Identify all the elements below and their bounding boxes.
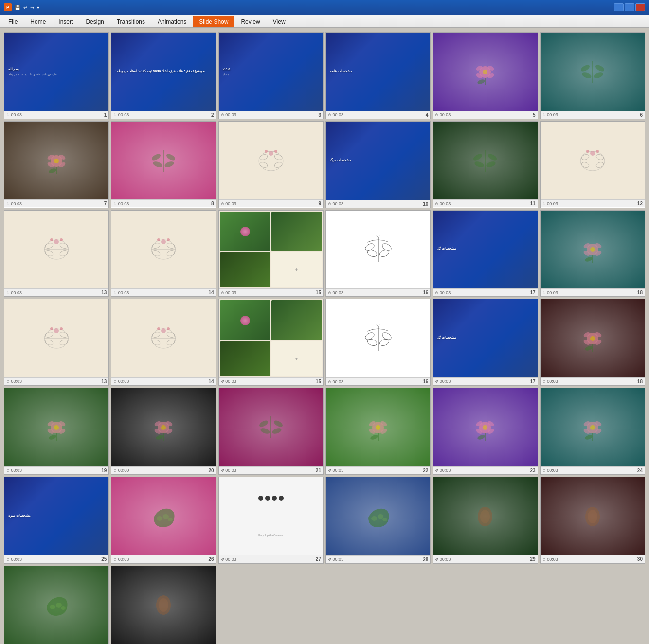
- slide-number: 6: [640, 112, 643, 118]
- slide-item[interactable]: ⏱ 00:03 6: [540, 32, 645, 119]
- slide-number: 5: [533, 112, 536, 118]
- svg-point-101: [364, 331, 375, 340]
- slide-item[interactable]: Encyclopèdia Catalana ⏱ 00:03 27: [218, 477, 324, 564]
- app-icon: P: [4, 3, 12, 11]
- slide-number: 21: [316, 468, 321, 473]
- svg-point-133: [273, 419, 284, 429]
- slide-item[interactable]: ⏱ 00:03 14: [111, 299, 216, 386]
- tab-design[interactable]: Design: [79, 16, 110, 27]
- slide-item[interactable]: مشخصات برگ ⏱ 00:03 10: [325, 121, 431, 208]
- slide-item[interactable]: ⏱ 00:03 7: [4, 121, 109, 208]
- slide-item[interactable]: مشخصات عامه ⏱ 00:03 4: [325, 32, 431, 119]
- slide-footer: ⏱ 00:03 6: [541, 111, 645, 119]
- slide-time: ⏱ 00:03: [542, 112, 558, 117]
- quick-save[interactable]: 💾: [15, 5, 20, 10]
- tab-review[interactable]: Review: [234, 16, 266, 27]
- svg-point-44: [581, 161, 590, 168]
- svg-point-122: [48, 434, 57, 440]
- slide-item[interactable]: مشخصات گل ⏱ 00:03 17: [433, 299, 538, 386]
- slide-thumbnail: مشخصات برگ: [326, 122, 430, 200]
- svg-point-84: [45, 331, 54, 339]
- slide-item[interactable]: ⏱ 00:03 22: [325, 388, 431, 475]
- slide-number: 18: [637, 290, 643, 295]
- svg-point-48: [596, 150, 599, 153]
- slide-item[interactable]: ⏱ 00:03 18: [540, 210, 645, 297]
- slide-item[interactable]: ⏱ 00:03 18: [540, 299, 645, 386]
- slide-item[interactable]: ⏱ 00:03 11: [433, 121, 538, 208]
- slide-thumbnail: [111, 566, 216, 644]
- slide-thumbnail: [541, 299, 645, 377]
- slide-item[interactable]: ⏱ 00:03 21: [218, 388, 324, 475]
- svg-point-104: [379, 338, 390, 347]
- slide-item[interactable]: ⏱ 00:03 19: [4, 388, 109, 475]
- svg-point-47: [586, 150, 589, 153]
- slide-item[interactable]: ⏱ 00:00 20: [111, 388, 216, 475]
- slide-item[interactable]: ⏱ 00:03 26: [111, 477, 216, 564]
- slide-item[interactable]: ⏱ 00:03 5: [433, 32, 538, 119]
- slide-thumbnail: [433, 388, 537, 466]
- svg-point-167: [480, 510, 490, 523]
- svg-point-31: [274, 161, 283, 168]
- slide-footer: ⏱ 00:03 22: [326, 466, 430, 474]
- slide-item[interactable]: ⏱ 00:03 31: [4, 566, 109, 644]
- maximize-button[interactable]: [625, 3, 634, 11]
- slide-item[interactable]: ⏱ 00:03 13: [4, 299, 109, 386]
- slide-number: 25: [101, 556, 107, 562]
- slide-item[interactable]: ⏱ 00:03 29: [433, 477, 538, 564]
- slide-item[interactable]: ⏱ 00:03 9: [218, 121, 324, 208]
- slide-item[interactable]: ⏱ 00:03 13: [4, 210, 109, 297]
- slide-footer: ⏱ 00:03 11: [433, 199, 537, 207]
- slide-item[interactable]: ⏱ 00:03 32: [111, 566, 216, 644]
- svg-point-20: [48, 167, 57, 174]
- slide-item[interactable]: موضوع تحقق: علف هرزماشك vicia تهیه کننده…: [111, 32, 216, 119]
- slide-item[interactable]: vicia ماشك ⏱ 00:03 3: [218, 32, 324, 119]
- slide-number: 14: [209, 379, 214, 384]
- svg-point-30: [259, 161, 268, 168]
- svg-point-145: [483, 425, 487, 430]
- minimize-button[interactable]: [614, 3, 624, 11]
- slide-item[interactable]: ⏱ 00:03 8: [111, 121, 216, 208]
- slide-number: 22: [423, 468, 428, 473]
- svg-point-89: [50, 327, 53, 330]
- svg-point-90: [60, 327, 63, 330]
- slide-footer: ⏱ 00:03 16: [326, 377, 430, 385]
- quick-undo[interactable]: ↩: [23, 5, 27, 10]
- slide-item[interactable]: ⏱ 00:03 12: [540, 121, 645, 208]
- slide-number: 15: [316, 290, 321, 295]
- slide-footer: ⏱ 00:03 10: [326, 200, 430, 208]
- quick-dropdown[interactable]: ▾: [37, 5, 39, 10]
- quick-redo[interactable]: ↪: [30, 5, 34, 10]
- slide-time: ⏱ 00:03: [113, 112, 129, 117]
- slide-footer: ⏱ 00:00 20: [111, 466, 216, 474]
- slide-item[interactable]: ⏱ 00:03 30: [540, 477, 645, 564]
- tab-insert[interactable]: Insert: [52, 16, 79, 27]
- slide-item[interactable]: ⏱ 00:03 14: [111, 210, 216, 297]
- tab-file[interactable]: File: [2, 16, 24, 27]
- slide-item[interactable]: ⚘ ⏱ 00:03 15: [218, 299, 324, 386]
- slide-thumbnail: [111, 122, 216, 200]
- tab-animations[interactable]: Animations: [151, 16, 193, 27]
- slide-item[interactable]: مشخصات میوه ⏱ 00:03 25: [4, 477, 109, 564]
- slide-time: ⏱ 00:03: [6, 557, 22, 562]
- tab-slide-show[interactable]: Slide Show: [193, 16, 234, 27]
- slide-item[interactable]: بسم‌الله علف هرزماشك vicia تهیه کننده: ا…: [4, 32, 109, 119]
- slide-item[interactable]: ⏱ 00:03 16: [325, 299, 431, 386]
- close-button[interactable]: [635, 3, 645, 11]
- tab-home[interactable]: Home: [24, 16, 52, 27]
- slide-time: ⏱ 00:00: [113, 468, 129, 473]
- svg-point-102: [381, 331, 392, 340]
- slide-item[interactable]: ⏱ 00:03 28: [325, 477, 431, 564]
- slide-footer: ⏱ 00:03 17: [433, 377, 537, 385]
- slide-item[interactable]: ⏱ 00:03 24: [540, 388, 645, 475]
- slide-number: 9: [318, 201, 321, 206]
- svg-point-53: [45, 250, 54, 257]
- svg-point-34: [274, 150, 277, 153]
- tab-transitions[interactable]: Transitions: [110, 16, 151, 27]
- slide-item[interactable]: ⚘ ⏱ 00:03 15: [218, 210, 324, 297]
- slide-item[interactable]: مشخصات گل ⏱ 00:03 17: [433, 210, 538, 297]
- tab-view[interactable]: View: [267, 16, 292, 27]
- svg-point-62: [152, 250, 161, 257]
- slide-item[interactable]: ⏱ 00:03 23: [433, 388, 538, 475]
- slide-time: ⏱ 00:03: [221, 557, 236, 562]
- slide-item[interactable]: ⏱ 00:03 16: [325, 210, 431, 297]
